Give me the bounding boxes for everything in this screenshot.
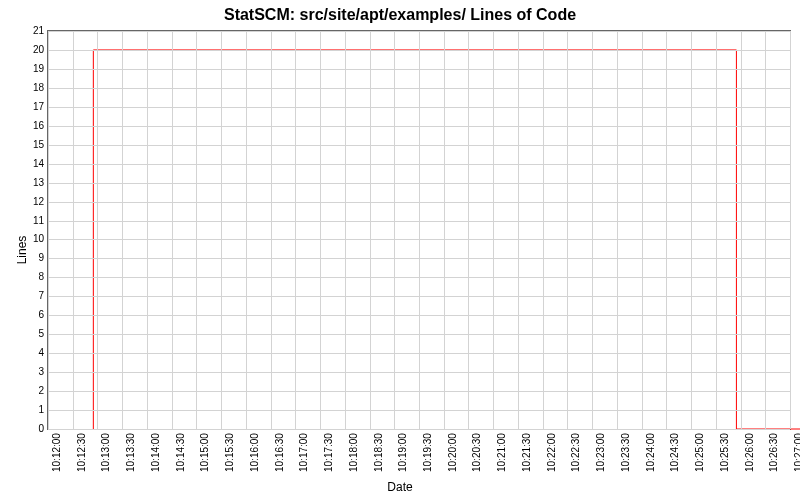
grid-line-v xyxy=(172,31,173,429)
x-tick-label: 10:26:00 xyxy=(744,433,755,472)
x-tick-label: 10:19:30 xyxy=(422,433,433,472)
y-tick-label: 21 xyxy=(24,25,44,36)
x-tick-label: 10:18:30 xyxy=(373,433,384,472)
grid-line-v xyxy=(97,31,98,429)
grid-line-v xyxy=(295,31,296,429)
x-tick-label: 10:27:00 xyxy=(793,433,800,472)
y-tick-label: 16 xyxy=(24,119,44,130)
grid-line-v xyxy=(716,31,717,429)
grid-line-v xyxy=(642,31,643,429)
grid-line-v xyxy=(394,31,395,429)
x-tick-label: 10:12:30 xyxy=(76,433,87,472)
grid-line-v xyxy=(48,31,49,429)
grid-line-v xyxy=(468,31,469,429)
x-tick-label: 10:25:00 xyxy=(694,433,705,472)
x-tick-label: 10:24:30 xyxy=(669,433,680,472)
grid-line-v xyxy=(765,31,766,429)
grid-line-v xyxy=(345,31,346,429)
y-tick-label: 11 xyxy=(24,214,44,225)
y-tick-label: 18 xyxy=(24,81,44,92)
y-tick-label: 4 xyxy=(24,347,44,358)
x-tick-label: 10:23:30 xyxy=(620,433,631,472)
y-tick-label: 17 xyxy=(24,100,44,111)
y-tick-label: 5 xyxy=(24,328,44,339)
y-tick-label: 10 xyxy=(24,233,44,244)
grid-line-v xyxy=(567,31,568,429)
x-tick-label: 10:24:00 xyxy=(645,433,656,472)
grid-line-v xyxy=(741,31,742,429)
x-tick-label: 10:25:30 xyxy=(719,433,730,472)
grid-line-h xyxy=(48,429,790,430)
chart-container: StatSCM: src/site/apt/examples/ Lines of… xyxy=(0,0,800,500)
y-tick-label: 13 xyxy=(24,176,44,187)
grid-line-v xyxy=(592,31,593,429)
y-tick-label: 20 xyxy=(24,43,44,54)
y-tick-label: 1 xyxy=(24,404,44,415)
grid-line-v xyxy=(493,31,494,429)
chart-title: StatSCM: src/site/apt/examples/ Lines of… xyxy=(0,0,800,24)
y-tick-label: 8 xyxy=(24,271,44,282)
grid-line-v xyxy=(444,31,445,429)
grid-line-v xyxy=(320,31,321,429)
x-tick-label: 10:21:30 xyxy=(521,433,532,472)
x-tick-label: 10:26:30 xyxy=(768,433,779,472)
x-tick-label: 10:23:00 xyxy=(595,433,606,472)
grid-line-v xyxy=(246,31,247,429)
grid-line-v xyxy=(73,31,74,429)
y-tick-label: 0 xyxy=(24,423,44,434)
grid-line-v xyxy=(221,31,222,429)
x-tick-label: 10:16:00 xyxy=(249,433,260,472)
grid-line-v xyxy=(518,31,519,429)
y-tick-label: 2 xyxy=(24,385,44,396)
x-tick-label: 10:16:30 xyxy=(274,433,285,472)
x-tick-label: 10:20:00 xyxy=(447,433,458,472)
x-tick-label: 10:22:30 xyxy=(570,433,581,472)
grid-line-v xyxy=(691,31,692,429)
y-tick-label: 12 xyxy=(24,195,44,206)
y-tick-label: 9 xyxy=(24,252,44,263)
x-tick-label: 10:21:00 xyxy=(496,433,507,472)
x-tick-label: 10:13:00 xyxy=(100,433,111,472)
grid-line-v xyxy=(147,31,148,429)
grid-line-v xyxy=(196,31,197,429)
x-tick-label: 10:14:00 xyxy=(150,433,161,472)
x-tick-label: 10:14:30 xyxy=(175,433,186,472)
grid-line-v xyxy=(790,31,791,429)
x-tick-label: 10:20:30 xyxy=(471,433,482,472)
x-tick-label: 10:19:00 xyxy=(397,433,408,472)
grid-line-v xyxy=(271,31,272,429)
y-tick-label: 7 xyxy=(24,290,44,301)
x-tick-label: 10:13:30 xyxy=(125,433,136,472)
x-tick-label: 10:12:00 xyxy=(51,433,62,472)
grid-line-v xyxy=(617,31,618,429)
x-tick-label: 10:15:30 xyxy=(224,433,235,472)
x-tick-label: 10:22:00 xyxy=(546,433,557,472)
y-tick-label: 19 xyxy=(24,62,44,73)
grid-line-v xyxy=(666,31,667,429)
grid-line-v xyxy=(122,31,123,429)
plot-area xyxy=(47,30,791,430)
x-tick-label: 10:18:00 xyxy=(348,433,359,472)
x-tick-label: 10:17:30 xyxy=(323,433,334,472)
grid-line-v xyxy=(370,31,371,429)
y-tick-label: 14 xyxy=(24,157,44,168)
y-tick-label: 3 xyxy=(24,366,44,377)
grid-line-v xyxy=(543,31,544,429)
x-tick-label: 10:17:00 xyxy=(298,433,309,472)
grid-line-v xyxy=(419,31,420,429)
y-tick-label: 15 xyxy=(24,138,44,149)
y-tick-label: 6 xyxy=(24,309,44,320)
x-axis-label: Date xyxy=(387,480,412,494)
x-tick-label: 10:15:00 xyxy=(199,433,210,472)
